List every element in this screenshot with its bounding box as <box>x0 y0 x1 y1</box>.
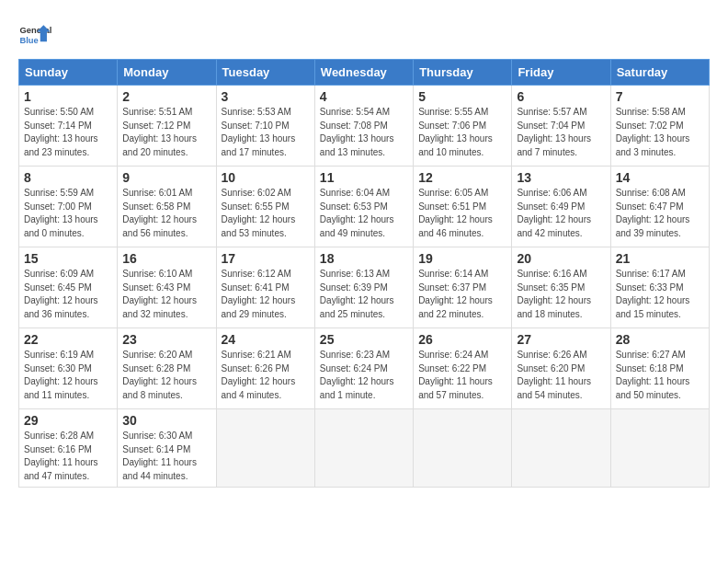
day-number: 15 <box>24 251 112 266</box>
weekday-header-saturday: Saturday <box>610 60 709 86</box>
calendar-day-cell: 3 Sunrise: 5:53 AM Sunset: 7:10 PM Dayli… <box>216 86 314 167</box>
day-info: Sunrise: 6:17 AM Sunset: 6:33 PM Dayligh… <box>616 268 704 321</box>
logo-icon: General Blue <box>18 18 51 52</box>
day-info: Sunrise: 6:04 AM Sunset: 6:53 PM Dayligh… <box>320 187 408 240</box>
day-info: Sunrise: 5:51 AM Sunset: 7:12 PM Dayligh… <box>122 106 210 159</box>
calendar-day-cell: 12 Sunrise: 6:05 AM Sunset: 6:51 PM Dayl… <box>414 167 512 247</box>
weekday-header-tuesday: Tuesday <box>216 60 314 86</box>
day-info: Sunrise: 5:59 AM Sunset: 7:00 PM Dayligh… <box>24 187 112 240</box>
day-info: Sunrise: 6:20 AM Sunset: 6:28 PM Dayligh… <box>122 349 210 402</box>
day-number: 23 <box>122 332 210 347</box>
day-info: Sunrise: 6:09 AM Sunset: 6:45 PM Dayligh… <box>24 268 112 321</box>
weekday-header-friday: Friday <box>512 60 610 86</box>
day-info: Sunrise: 6:28 AM Sunset: 6:16 PM Dayligh… <box>24 430 112 483</box>
day-info: Sunrise: 6:16 AM Sunset: 6:35 PM Dayligh… <box>517 268 605 321</box>
calendar-day-cell: 20 Sunrise: 6:16 AM Sunset: 6:35 PM Dayl… <box>512 247 610 328</box>
day-number: 4 <box>320 89 408 104</box>
day-info: Sunrise: 6:08 AM Sunset: 6:47 PM Dayligh… <box>616 187 704 240</box>
calendar-day-cell: 19 Sunrise: 6:14 AM Sunset: 6:37 PM Dayl… <box>414 247 512 328</box>
day-number: 20 <box>517 251 605 266</box>
day-number: 7 <box>616 89 704 104</box>
day-info: Sunrise: 6:26 AM Sunset: 6:20 PM Dayligh… <box>517 349 605 402</box>
calendar-day-cell: 17 Sunrise: 6:12 AM Sunset: 6:41 PM Dayl… <box>216 247 314 328</box>
day-number: 10 <box>222 170 310 185</box>
calendar-week-row: 8 Sunrise: 5:59 AM Sunset: 7:00 PM Dayli… <box>19 167 710 247</box>
calendar-week-row: 1 Sunrise: 5:50 AM Sunset: 7:14 PM Dayli… <box>19 86 710 167</box>
day-info: Sunrise: 5:50 AM Sunset: 7:14 PM Dayligh… <box>24 106 112 159</box>
day-number: 30 <box>122 413 210 428</box>
calendar-day-cell: 8 Sunrise: 5:59 AM Sunset: 7:00 PM Dayli… <box>19 167 118 247</box>
day-number: 29 <box>24 413 112 428</box>
day-info: Sunrise: 6:21 AM Sunset: 6:26 PM Dayligh… <box>222 349 310 402</box>
calendar-day-cell <box>414 409 512 488</box>
calendar-day-cell: 26 Sunrise: 6:24 AM Sunset: 6:22 PM Dayl… <box>414 328 512 409</box>
day-info: Sunrise: 6:02 AM Sunset: 6:55 PM Dayligh… <box>222 187 310 240</box>
day-info: Sunrise: 6:14 AM Sunset: 6:37 PM Dayligh… <box>418 268 506 321</box>
day-number: 9 <box>122 170 210 185</box>
day-info: Sunrise: 5:57 AM Sunset: 7:04 PM Dayligh… <box>517 106 605 159</box>
calendar-table: SundayMondayTuesdayWednesdayThursdayFrid… <box>18 59 710 488</box>
day-number: 24 <box>222 332 310 347</box>
calendar-day-cell: 21 Sunrise: 6:17 AM Sunset: 6:33 PM Dayl… <box>610 247 709 328</box>
weekday-header-row: SundayMondayTuesdayWednesdayThursdayFrid… <box>19 60 710 86</box>
calendar-day-cell: 2 Sunrise: 5:51 AM Sunset: 7:12 PM Dayli… <box>118 86 216 167</box>
header: General Blue <box>18 18 710 52</box>
calendar-day-cell: 1 Sunrise: 5:50 AM Sunset: 7:14 PM Dayli… <box>19 86 118 167</box>
day-number: 5 <box>418 89 506 104</box>
day-info: Sunrise: 6:23 AM Sunset: 6:24 PM Dayligh… <box>320 349 408 402</box>
logo: General Blue <box>18 18 51 52</box>
calendar-day-cell <box>610 409 709 488</box>
day-number: 2 <box>122 89 210 104</box>
calendar-week-row: 15 Sunrise: 6:09 AM Sunset: 6:45 PM Dayl… <box>19 247 710 328</box>
calendar-day-cell: 7 Sunrise: 5:58 AM Sunset: 7:02 PM Dayli… <box>610 86 709 167</box>
weekday-header-monday: Monday <box>118 60 216 86</box>
day-number: 6 <box>517 89 605 104</box>
weekday-header-sunday: Sunday <box>19 60 118 86</box>
day-number: 13 <box>517 170 605 185</box>
calendar-day-cell <box>512 409 610 488</box>
day-number: 26 <box>418 332 506 347</box>
calendar-day-cell <box>216 409 314 488</box>
calendar-day-cell: 22 Sunrise: 6:19 AM Sunset: 6:30 PM Dayl… <box>19 328 118 409</box>
day-info: Sunrise: 6:12 AM Sunset: 6:41 PM Dayligh… <box>222 268 310 321</box>
day-number: 22 <box>24 332 112 347</box>
day-info: Sunrise: 6:06 AM Sunset: 6:49 PM Dayligh… <box>517 187 605 240</box>
day-number: 8 <box>24 170 112 185</box>
day-number: 28 <box>616 332 704 347</box>
day-number: 25 <box>320 332 408 347</box>
day-info: Sunrise: 6:19 AM Sunset: 6:30 PM Dayligh… <box>24 349 112 402</box>
weekday-header-wednesday: Wednesday <box>314 60 413 86</box>
day-info: Sunrise: 6:05 AM Sunset: 6:51 PM Dayligh… <box>418 187 506 240</box>
day-number: 3 <box>222 89 310 104</box>
day-info: Sunrise: 6:30 AM Sunset: 6:14 PM Dayligh… <box>122 430 210 483</box>
day-info: Sunrise: 6:13 AM Sunset: 6:39 PM Dayligh… <box>320 268 408 321</box>
calendar-day-cell: 9 Sunrise: 6:01 AM Sunset: 6:58 PM Dayli… <box>118 167 216 247</box>
day-number: 19 <box>418 251 506 266</box>
calendar-day-cell: 24 Sunrise: 6:21 AM Sunset: 6:26 PM Dayl… <box>216 328 314 409</box>
calendar-day-cell: 4 Sunrise: 5:54 AM Sunset: 7:08 PM Dayli… <box>314 86 413 167</box>
day-info: Sunrise: 6:01 AM Sunset: 6:58 PM Dayligh… <box>122 187 210 240</box>
day-number: 16 <box>122 251 210 266</box>
calendar-day-cell: 6 Sunrise: 5:57 AM Sunset: 7:04 PM Dayli… <box>512 86 610 167</box>
calendar-day-cell: 13 Sunrise: 6:06 AM Sunset: 6:49 PM Dayl… <box>512 167 610 247</box>
day-info: Sunrise: 6:10 AM Sunset: 6:43 PM Dayligh… <box>122 268 210 321</box>
calendar-day-cell: 15 Sunrise: 6:09 AM Sunset: 6:45 PM Dayl… <box>19 247 118 328</box>
calendar-day-cell: 18 Sunrise: 6:13 AM Sunset: 6:39 PM Dayl… <box>314 247 413 328</box>
calendar-week-row: 29 Sunrise: 6:28 AM Sunset: 6:16 PM Dayl… <box>19 409 710 488</box>
calendar-day-cell: 25 Sunrise: 6:23 AM Sunset: 6:24 PM Dayl… <box>314 328 413 409</box>
day-info: Sunrise: 5:55 AM Sunset: 7:06 PM Dayligh… <box>418 106 506 159</box>
day-info: Sunrise: 5:58 AM Sunset: 7:02 PM Dayligh… <box>616 106 704 159</box>
day-number: 11 <box>320 170 408 185</box>
day-info: Sunrise: 5:53 AM Sunset: 7:10 PM Dayligh… <box>222 106 310 159</box>
day-number: 27 <box>517 332 605 347</box>
calendar-day-cell: 5 Sunrise: 5:55 AM Sunset: 7:06 PM Dayli… <box>414 86 512 167</box>
calendar-day-cell: 30 Sunrise: 6:30 AM Sunset: 6:14 PM Dayl… <box>118 409 216 488</box>
calendar-day-cell: 29 Sunrise: 6:28 AM Sunset: 6:16 PM Dayl… <box>19 409 118 488</box>
weekday-header-thursday: Thursday <box>414 60 512 86</box>
day-info: Sunrise: 5:54 AM Sunset: 7:08 PM Dayligh… <box>320 106 408 159</box>
day-number: 1 <box>24 89 112 104</box>
day-number: 17 <box>222 251 310 266</box>
svg-text:Blue: Blue <box>19 36 38 45</box>
day-number: 14 <box>616 170 704 185</box>
calendar-day-cell: 11 Sunrise: 6:04 AM Sunset: 6:53 PM Dayl… <box>314 167 413 247</box>
